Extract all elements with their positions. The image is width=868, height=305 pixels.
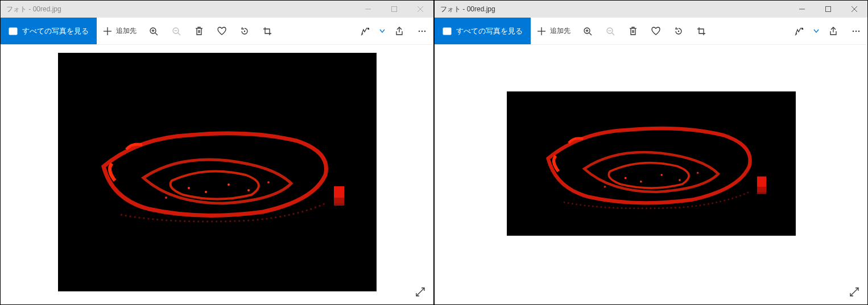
see-all-label: すべての写真を見る (22, 26, 89, 36)
window-controls (355, 1, 433, 18)
edit-dropdown-button[interactable] (811, 18, 822, 44)
zoom-out-button[interactable] (599, 18, 622, 44)
edit-tools-button[interactable] (354, 18, 377, 44)
window-controls (789, 1, 867, 18)
zoom-in-button[interactable] (576, 18, 599, 44)
favorite-button[interactable] (210, 18, 233, 44)
maximize-button[interactable] (815, 1, 841, 18)
more-icon (851, 26, 861, 36)
share-icon (394, 26, 404, 36)
delete-button[interactable] (188, 18, 210, 44)
add-to-label: 追加先 (116, 26, 137, 36)
image-content (58, 53, 377, 291)
zoom-in-icon (582, 26, 593, 36)
crop-icon (696, 26, 706, 36)
expand-icon (415, 287, 425, 297)
photos-window-1: フォト - 00red.jpg すべての写真を見る 追加先 (0, 0, 434, 305)
share-button[interactable] (388, 18, 411, 44)
see-all-label: すべての写真を見る (456, 26, 523, 36)
rotate-button[interactable] (233, 18, 256, 44)
close-button[interactable] (407, 1, 433, 18)
edit-tools-icon (360, 26, 370, 36)
rotate-icon (239, 26, 250, 36)
see-all-photos-button[interactable]: すべての写真を見る (435, 18, 531, 44)
edit-dropdown-button[interactable] (377, 18, 388, 44)
share-button[interactable] (822, 18, 845, 44)
plus-icon (102, 26, 113, 36)
zoom-out-icon (605, 26, 615, 36)
toolbar: すべての写真を見る 追加先 (435, 18, 867, 45)
window-title: フォト - 00red.jpg (440, 5, 789, 14)
more-icon (417, 26, 427, 36)
titlebar[interactable]: フォト - 00red.jpg (435, 1, 867, 18)
fullscreen-button[interactable] (849, 287, 859, 299)
image-content (507, 91, 796, 236)
trash-icon (628, 26, 638, 36)
image-canvas[interactable] (435, 45, 867, 304)
see-all-photos-button[interactable]: すべての写真を見る (1, 18, 97, 44)
picture-icon (9, 27, 18, 36)
minimize-button[interactable] (789, 1, 815, 18)
add-to-button[interactable]: 追加先 (97, 18, 142, 44)
expand-icon (849, 287, 859, 297)
trash-icon (194, 26, 204, 36)
crop-button[interactable] (690, 18, 713, 44)
share-icon (828, 26, 838, 36)
close-button[interactable] (841, 1, 867, 18)
rotate-icon (673, 26, 684, 36)
chevron-down-icon (379, 28, 385, 34)
more-button[interactable] (845, 18, 867, 44)
minimize-button[interactable] (355, 1, 381, 18)
crop-icon (262, 26, 272, 36)
heart-icon (217, 26, 227, 36)
crop-button[interactable] (256, 18, 279, 44)
zoom-in-button[interactable] (142, 18, 165, 44)
favorite-button[interactable] (644, 18, 667, 44)
titlebar[interactable]: フォト - 00red.jpg (1, 1, 433, 18)
zoom-in-icon (148, 26, 159, 36)
add-to-label: 追加先 (550, 26, 571, 36)
photos-window-2: フォト - 00red.jpg すべての写真を見る 追加先 (434, 0, 868, 305)
add-to-button[interactable]: 追加先 (531, 18, 576, 44)
delete-button[interactable] (622, 18, 644, 44)
edit-tools-button[interactable] (788, 18, 811, 44)
plus-icon (536, 26, 547, 36)
toolbar: すべての写真を見る 追加先 (1, 18, 433, 45)
edit-tools-icon (794, 26, 804, 36)
zoom-out-icon (171, 26, 181, 36)
picture-icon (443, 27, 452, 36)
fullscreen-button[interactable] (415, 287, 425, 299)
maximize-button[interactable] (381, 1, 407, 18)
image-canvas[interactable] (1, 45, 433, 304)
more-button[interactable] (411, 18, 433, 44)
zoom-out-button[interactable] (165, 18, 188, 44)
window-title: フォト - 00red.jpg (6, 5, 355, 14)
heart-icon (651, 26, 661, 36)
rotate-button[interactable] (667, 18, 690, 44)
chevron-down-icon (813, 28, 819, 34)
